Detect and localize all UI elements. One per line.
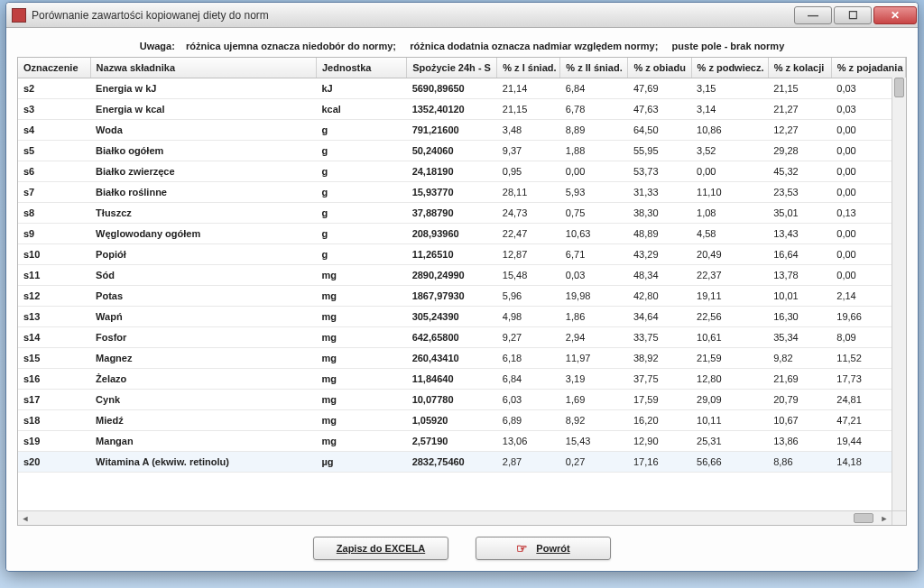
horizontal-scrollbar[interactable]: ◄ ► (18, 510, 892, 525)
cell[interactable]: 15,48 (497, 265, 560, 286)
cell[interactable]: 20,79 (768, 390, 831, 410)
table-row[interactable]: s16Żelazomg11,846406,843,1937,7512,8021,… (18, 369, 906, 390)
cell[interactable]: g (316, 224, 406, 244)
cell[interactable]: 791,21600 (407, 120, 497, 141)
cell[interactable]: µg (316, 452, 406, 473)
cell[interactable]: s13 (18, 307, 90, 327)
cell[interactable]: 12,27 (768, 120, 831, 141)
cell[interactable]: 47,63 (628, 99, 691, 120)
cell[interactable]: 0,95 (497, 161, 560, 182)
cell[interactable]: mg (316, 431, 406, 452)
cell[interactable]: 29,09 (691, 390, 768, 410)
cell[interactable]: 208,93960 (407, 224, 497, 244)
cell[interactable]: Sód (90, 265, 316, 286)
cell[interactable]: s15 (18, 348, 90, 369)
cell[interactable]: 3,15 (691, 78, 768, 99)
cell[interactable]: mg (316, 265, 406, 286)
cell[interactable]: mg (316, 286, 406, 307)
cell[interactable]: 21,69 (768, 369, 831, 390)
cell[interactable]: 11,26510 (407, 244, 497, 265)
cell[interactable]: 48,34 (628, 265, 691, 286)
cell[interactable]: 64,50 (628, 120, 691, 141)
cell[interactable]: 6,78 (560, 99, 628, 120)
cell[interactable]: 6,84 (560, 78, 628, 99)
cell[interactable]: 37,88790 (407, 203, 497, 224)
cell[interactable]: 4,58 (691, 224, 768, 244)
cell[interactable]: 21,14 (497, 78, 560, 99)
cell[interactable]: 19,11 (691, 286, 768, 307)
cell[interactable]: g (316, 120, 406, 141)
cell[interactable]: 1,08 (691, 203, 768, 224)
maximize-button[interactable]: ☐ (834, 6, 872, 24)
cell[interactable]: 1,88 (560, 141, 628, 161)
cell[interactable]: 23,53 (768, 182, 831, 203)
cell[interactable]: 0,75 (560, 203, 628, 224)
col-podwiecz[interactable]: % z podwiecz. (691, 58, 768, 78)
cell[interactable]: mg (316, 410, 406, 431)
cell[interactable]: 1,05920 (407, 410, 497, 431)
cell[interactable]: 2890,24990 (407, 265, 497, 286)
cell[interactable]: 17,59 (628, 390, 691, 410)
cell[interactable]: 3,14 (691, 99, 768, 120)
cell[interactable]: s16 (18, 369, 90, 390)
cell[interactable]: s8 (18, 203, 90, 224)
cell[interactable]: 55,95 (628, 141, 691, 161)
cell[interactable]: 48,89 (628, 224, 691, 244)
cell[interactable]: 10,11 (691, 410, 768, 431)
cell[interactable]: mg (316, 327, 406, 348)
table-row[interactable]: s20Witamina A (ekwiw. retinolu)µg2832,75… (18, 452, 906, 473)
cell[interactable]: mg (316, 390, 406, 410)
cell[interactable]: 11,84640 (407, 369, 497, 390)
cell[interactable]: s2 (18, 78, 90, 99)
cell[interactable]: 37,75 (628, 369, 691, 390)
cell[interactable]: 10,07780 (407, 390, 497, 410)
col-kolacja[interactable]: % z kolacji (768, 58, 831, 78)
cell[interactable]: 35,01 (768, 203, 831, 224)
cell[interactable]: 5690,89650 (407, 78, 497, 99)
table-row[interactable]: s18Miedźmg1,059206,898,9216,2010,1110,67… (18, 410, 906, 431)
table-row[interactable]: s12Potasmg1867,979305,9619,9842,8019,111… (18, 286, 906, 307)
cell[interactable]: Energia w kcal (90, 99, 316, 120)
table-row[interactable]: s7Białko roślinneg15,9377028,115,9331,33… (18, 182, 906, 203)
cell[interactable]: Białko roślinne (90, 182, 316, 203)
col-sniad1[interactable]: % z I śniad. (497, 58, 560, 78)
table-row[interactable]: s11Sódmg2890,2499015,480,0348,3422,3713,… (18, 265, 906, 286)
cell[interactable]: 16,20 (628, 410, 691, 431)
cell[interactable]: 53,73 (628, 161, 691, 182)
cell[interactable]: g (316, 161, 406, 182)
cell[interactable]: Węglowodany ogółem (90, 224, 316, 244)
cell[interactable]: Białko ogółem (90, 141, 316, 161)
cell[interactable]: 1,69 (560, 390, 628, 410)
cell[interactable]: 642,65800 (407, 327, 497, 348)
col-oznaczenie[interactable]: Oznaczenie (18, 58, 90, 78)
cell[interactable]: 305,24390 (407, 307, 497, 327)
hscroll-right-icon[interactable]: ► (877, 511, 892, 525)
cell[interactable]: Magnez (90, 348, 316, 369)
cell[interactable]: 34,64 (628, 307, 691, 327)
table-row[interactable]: s13Wapńmg305,243904,981,8634,6422,5616,3… (18, 307, 906, 327)
cell[interactable]: 50,24060 (407, 141, 497, 161)
cell[interactable]: 12,87 (497, 244, 560, 265)
cell[interactable]: s5 (18, 141, 90, 161)
cell[interactable]: 9,27 (497, 327, 560, 348)
cell[interactable]: Witamina A (ekwiw. retinolu) (90, 452, 316, 473)
cell[interactable]: g (316, 203, 406, 224)
cell[interactable]: 6,18 (497, 348, 560, 369)
cell[interactable]: 21,15 (768, 78, 831, 99)
cell[interactable]: s17 (18, 390, 90, 410)
table-row[interactable]: s5Białko ogółemg50,240609,371,8855,953,5… (18, 141, 906, 161)
cell[interactable]: 42,80 (628, 286, 691, 307)
cell[interactable]: 2832,75460 (407, 452, 497, 473)
cell[interactable]: 38,92 (628, 348, 691, 369)
cell[interactable]: 11,97 (560, 348, 628, 369)
cell[interactable]: Potas (90, 286, 316, 307)
cell[interactable]: 45,32 (768, 161, 831, 182)
vscroll-thumb[interactable] (894, 78, 904, 97)
cell[interactable]: 2,87 (497, 452, 560, 473)
cell[interactable]: mg (316, 307, 406, 327)
cell[interactable]: 1352,40120 (407, 99, 497, 120)
header-row[interactable]: Oznaczenie Nazwa składnika Jednostka Spo… (18, 58, 906, 78)
cell[interactable]: Białko zwierzęce (90, 161, 316, 182)
table-row[interactable]: s10Popiółg11,2651012,876,7143,2920,4916,… (18, 244, 906, 265)
cell[interactable]: 24,18190 (407, 161, 497, 182)
